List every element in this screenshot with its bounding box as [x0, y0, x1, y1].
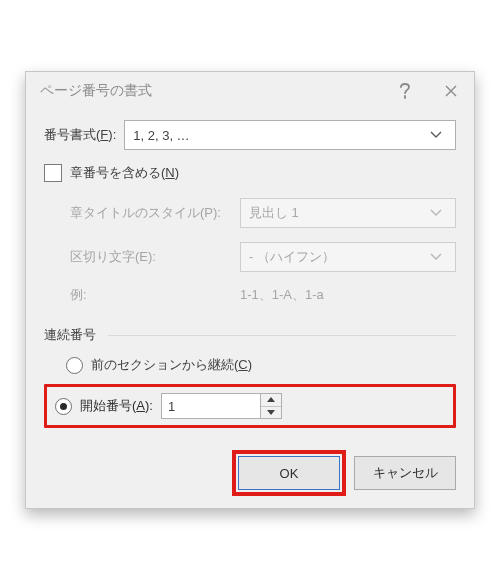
help-icon	[399, 83, 411, 99]
include-chapter-label: 章番号を含める(N)	[70, 164, 179, 182]
spinner-down[interactable]	[261, 407, 281, 419]
dialog-title: ページ番号の書式	[40, 82, 382, 100]
separator-label: 区切り文字(E):	[70, 248, 240, 266]
chapter-options: 章タイトルのスタイル(P): 見出し 1 区切り文字(E): - （ハイフン） …	[44, 198, 456, 304]
checkbox-box	[44, 164, 62, 182]
sequence-legend: 連続番号	[44, 326, 456, 344]
spinner-arrows	[261, 393, 282, 419]
number-format-value: 1, 2, 3, …	[133, 128, 425, 143]
radio-icon	[66, 357, 83, 374]
triangle-down-icon	[267, 410, 275, 415]
separator-combo: - （ハイフン）	[240, 242, 456, 272]
start-at-value[interactable]: 1	[161, 393, 261, 419]
dialog-window: ページ番号の書式 番号書式(F): 1, 2, 3, …	[25, 71, 475, 509]
number-format-label: 番号書式(F):	[44, 126, 116, 144]
button-bar: OK キャンセル	[44, 456, 456, 490]
number-format-row: 番号書式(F): 1, 2, 3, …	[44, 120, 456, 150]
dialog-content: 番号書式(F): 1, 2, 3, … 章番号を含める(N) 章タイトルのスタイ…	[26, 110, 474, 508]
titlebar: ページ番号の書式	[26, 72, 474, 110]
include-chapter-checkbox[interactable]: 章番号を含める(N)	[44, 164, 456, 182]
triangle-up-icon	[267, 397, 275, 402]
cancel-button[interactable]: キャンセル	[354, 456, 456, 490]
radio-icon	[55, 398, 72, 415]
chevron-down-icon	[425, 202, 447, 224]
chevron-down-icon	[425, 124, 447, 146]
chapter-style-label: 章タイトルのスタイル(P):	[70, 204, 240, 222]
help-button[interactable]	[382, 72, 428, 110]
separator-value: - （ハイフン）	[249, 248, 425, 266]
chapter-style-combo: 見出し 1	[240, 198, 456, 228]
chapter-style-value: 見出し 1	[249, 204, 425, 222]
example-label: 例:	[70, 286, 240, 304]
start-at-highlight: 開始番号(A): 1	[44, 384, 456, 428]
example-value: 1-1、1-A、1-a	[240, 286, 456, 304]
continue-radio[interactable]: 前のセクションから継続(C)	[44, 356, 456, 374]
start-at-spinner[interactable]: 1	[161, 393, 282, 419]
ok-button[interactable]: OK	[238, 456, 340, 490]
start-at-label: 開始番号(A):	[80, 397, 153, 415]
continue-label: 前のセクションから継続(C)	[91, 356, 252, 374]
spinner-up[interactable]	[261, 394, 281, 407]
close-icon	[445, 85, 457, 97]
number-format-combo[interactable]: 1, 2, 3, …	[124, 120, 456, 150]
close-button[interactable]	[428, 72, 474, 110]
start-at-radio[interactable]: 開始番号(A):	[55, 397, 153, 415]
chevron-down-icon	[425, 246, 447, 268]
